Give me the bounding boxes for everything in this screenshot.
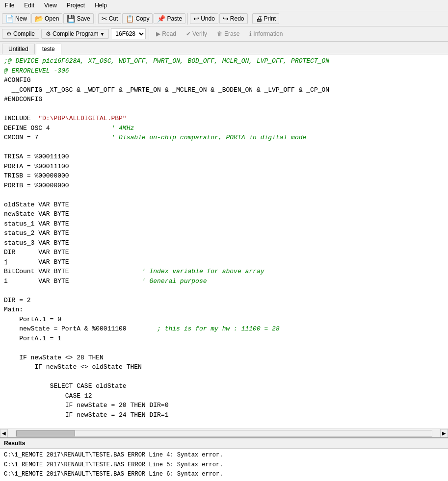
device-select[interactable]: 16F628 16F84 16F877 (111, 28, 146, 39)
tab-teste[interactable]: teste (36, 44, 61, 54)
compile-program-label: Compile Program (53, 30, 98, 37)
results-header: Results (0, 437, 448, 449)
separator-2 (187, 13, 188, 25)
menu-project[interactable]: Project (64, 1, 88, 10)
information-label: Information (253, 30, 283, 37)
compile-icon: ⚙ (6, 30, 12, 37)
read-button[interactable]: ▶ Read (152, 29, 180, 38)
scroll-track[interactable] (16, 430, 432, 437)
paste-icon: 📌 (157, 15, 165, 23)
code-editor[interactable]: ;@ DEVICE pic16F628A, XT_OSC, WDT_OFF, P… (0, 54, 448, 429)
print-label: Print (264, 15, 276, 22)
compile-sep (149, 28, 149, 40)
read-icon: ▶ (156, 30, 160, 37)
redo-button[interactable]: ↪ Redo (219, 13, 248, 24)
erase-button[interactable]: 🗑 Erase (213, 29, 243, 38)
results-body: C:\1_REMOTE 2017\RENAULT\TESTE.BAS ERROR… (0, 449, 448, 481)
print-button[interactable]: 🖨 Print (252, 13, 280, 24)
horizontal-scrollbar[interactable]: ◀ ▶ (0, 429, 448, 437)
compile-program-button[interactable]: ⚙ Compile Program ▼ (41, 29, 109, 39)
cut-label: Cut (109, 15, 118, 22)
information-button[interactable]: ℹ Information (245, 29, 287, 38)
menu-view[interactable]: View (41, 1, 60, 10)
open-label: Open (45, 15, 59, 22)
undo-label: Undo (201, 15, 215, 22)
undo-icon: ↩ (193, 15, 199, 23)
cut-button[interactable]: ✂ Cut (98, 13, 122, 24)
erase-icon: 🗑 (217, 30, 223, 37)
undo-button[interactable]: ↩ Undo (190, 13, 218, 24)
menu-edit[interactable]: Edit (21, 1, 37, 10)
result-line-1: C:\1_REMOTE 2017\RENAULT\TESTE.BAS ERROR… (4, 451, 444, 460)
new-icon: 📄 (5, 15, 14, 23)
open-icon: 📂 (35, 15, 43, 23)
verify-icon: ✔ (186, 30, 191, 37)
menu-bar: File Edit View Project Help (0, 0, 448, 11)
compile-program-chevron: ▼ (100, 31, 105, 37)
cut-icon: ✂ (102, 15, 107, 23)
scroll-left-button[interactable]: ◀ (0, 429, 8, 438)
copy-button[interactable]: 📋 Copy (122, 13, 153, 24)
copy-icon: 📋 (126, 15, 134, 23)
redo-label: Redo (230, 15, 244, 22)
copy-label: Copy (135, 15, 149, 22)
result-line-3: C:\1_REMOTE 2017\RENAULT\TESTE.BAS ERROR… (4, 470, 444, 479)
paste-button[interactable]: 📌 Paste (154, 13, 185, 24)
save-label: Save (77, 15, 90, 22)
scroll-right-button[interactable]: ▶ (440, 429, 448, 438)
separator-3 (250, 13, 250, 25)
menu-help[interactable]: Help (92, 1, 110, 10)
results-title: Results (4, 440, 25, 447)
toolbar: 📄 New 📂 Open 💾 Save ✂ Cut 📋 Copy 📌 Paste… (0, 11, 448, 26)
device-dropdown[interactable]: 16F628 16F84 16F877 (111, 28, 146, 39)
result-line-2: C:\1_REMOTE 2017\RENAULT\TESTE.BAS ERROR… (4, 460, 444, 470)
erase-label: Erase (224, 30, 239, 37)
scroll-thumb[interactable] (16, 430, 75, 436)
new-label: New (15, 15, 27, 22)
read-label: Read (162, 30, 176, 37)
compile-bar: ⚙ Compile ⚙ Compile Program ▼ 16F628 16F… (0, 26, 448, 42)
print-icon: 🖨 (256, 15, 263, 23)
compile-button[interactable]: ⚙ Compile (2, 29, 39, 39)
information-icon: ℹ (249, 30, 252, 37)
menu-file[interactable]: File (2, 1, 17, 10)
new-button[interactable]: 📄 New (2, 13, 30, 24)
tab-untitled[interactable]: Untitled (2, 44, 35, 54)
verify-label: Verify (192, 30, 207, 37)
tabs: Untitled teste (0, 42, 448, 54)
redo-icon: ↪ (223, 15, 229, 23)
verify-button[interactable]: ✔ Verify (182, 29, 211, 38)
save-icon: 💾 (67, 15, 75, 23)
compile-program-icon: ⚙ (46, 30, 51, 37)
save-button[interactable]: 💾 Save (63, 13, 93, 24)
paste-label: Paste (167, 15, 182, 22)
compile-label: Compile (13, 30, 35, 37)
open-button[interactable]: 📂 Open (31, 13, 62, 24)
separator-1 (96, 13, 96, 25)
